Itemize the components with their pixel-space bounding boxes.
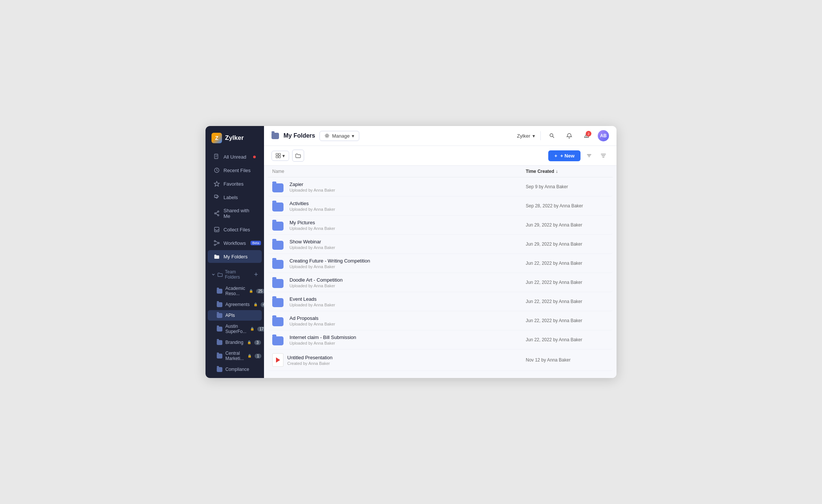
file-sub: Uploaded by Anna Baker — [290, 284, 526, 288]
new-folder-button[interactable] — [292, 150, 304, 162]
topbar-right: Zylker ▾ 2 AB — [517, 130, 609, 142]
sidebar-item-label: Shared with Me — [224, 208, 256, 219]
file-time: Nov 12 by Anna Baker — [526, 357, 608, 363]
table-row[interactable]: Internet claim - Bill Submission Uploade… — [268, 330, 613, 350]
team-folder-label: Agreements — [225, 302, 250, 307]
file-name: Event Leads — [290, 296, 526, 302]
add-team-folder-button[interactable]: + — [254, 271, 258, 279]
sidebar-item-compliance[interactable]: Compliance — [208, 364, 262, 375]
file-sub: Uploaded by Anna Baker — [290, 207, 526, 212]
lock-icon: 🔒 — [250, 327, 254, 331]
file-info: Show Webinar Uploaded by Anna Baker — [290, 239, 526, 250]
team-folders-section: Team Folders + Academic Reso... 🔒 25 Agr… — [206, 266, 264, 378]
sidebar-item-academic[interactable]: Academic Reso... 🔒 25 — [208, 283, 262, 299]
file-name: Creating Future - Writing Competition — [290, 258, 526, 264]
list-view-icon — [276, 153, 281, 158]
svg-point-11 — [326, 135, 328, 137]
table-row[interactable]: My Pictures Uploaded by Anna Baker Jun 2… — [268, 216, 613, 235]
team-folder-label: Central Marketi... — [225, 351, 244, 361]
notifications-button[interactable] — [563, 130, 575, 142]
table-row[interactable]: Doodle Art - Competition Uploaded by Ann… — [268, 273, 613, 292]
sidebar-item-all-unread[interactable]: All Unread — [208, 150, 262, 163]
sidebar-item-label: Favorites — [224, 181, 243, 187]
table-row[interactable]: Activities Uploaded by Anna Baker Sep 28… — [268, 196, 613, 216]
folder-icon — [217, 313, 222, 318]
app-name: Zylker — [225, 134, 244, 142]
sidebar-item-workflows[interactable]: Workflows Beta — [208, 237, 262, 249]
table-row[interactable]: Event Leads Uploaded by Anna Baker Jun 2… — [268, 292, 613, 311]
sidebar-item-apis[interactable]: APIs — [208, 310, 262, 321]
file-sub: Created by Anna Baker — [287, 361, 526, 366]
search-button[interactable] — [546, 130, 558, 142]
sidebar-item-label: Labels — [224, 195, 238, 200]
file-time: Jun 29, 2022 by Anna Baker — [526, 242, 608, 247]
file-sub: Uploaded by Anna Baker — [290, 341, 526, 345]
folder-file-icon — [272, 315, 286, 326]
sidebar-item-labels[interactable]: Labels — [208, 191, 262, 204]
manage-label: Manage — [332, 133, 350, 139]
alerts-button[interactable]: 2 — [580, 130, 592, 142]
file-time: Jun 22, 2022 by Anna Baker — [526, 337, 608, 342]
table-row[interactable]: Untitled Presentation Created by Anna Ba… — [268, 350, 613, 371]
topbar-folder-icon — [272, 133, 279, 139]
file-sub: Uploaded by Anna Baker — [290, 264, 526, 269]
manage-button[interactable]: Manage ▾ — [320, 131, 359, 141]
view-toggle-button[interactable]: ▾ — [272, 151, 289, 161]
file-info: Event Leads Uploaded by Anna Baker — [290, 296, 526, 307]
avatar[interactable]: AB — [598, 130, 609, 141]
file-name: My Pictures — [290, 220, 526, 225]
sidebar-item-my-folders[interactable]: My Folders — [208, 250, 262, 263]
team-folder-label: Academic Reso... — [225, 286, 245, 296]
file-info: My Pictures Uploaded by Anna Baker — [290, 220, 526, 231]
folder-file-icon — [272, 277, 286, 288]
team-folders-label: Team Folders — [225, 269, 252, 280]
svg-rect-15 — [279, 153, 280, 155]
table-row[interactable]: Creating Future - Writing Competition Up… — [268, 254, 613, 273]
sidebar-item-shared-with-me[interactable]: Shared with Me — [208, 204, 262, 222]
folder-count-badge: 17 — [257, 327, 264, 332]
file-time: Jun 29, 2022 by Anna Baker — [526, 222, 608, 228]
app-logo: Z Zylker — [206, 126, 264, 148]
filter-button[interactable] — [598, 150, 609, 161]
star-icon — [214, 181, 220, 187]
search-icon — [549, 133, 555, 139]
team-folder-label: APIs — [225, 313, 235, 318]
sidebar: Z Zylker All Unread Recent Files Favorit… — [206, 126, 264, 378]
folder-file-icon — [272, 200, 286, 212]
sort-button[interactable] — [584, 150, 595, 161]
file-time: Jun 22, 2022 by Anna Baker — [526, 280, 608, 285]
sidebar-item-austin[interactable]: Austin SuperFo... 🔒 17 — [208, 321, 262, 337]
sidebar-item-agreements[interactable]: Agreements 🔒 4 — [208, 299, 262, 310]
col-time-header[interactable]: Time Created ↓ — [526, 169, 608, 174]
table-row[interactable]: Zapier Uploaded by Anna Baker Sep 9 by A… — [268, 177, 613, 196]
folder-icon — [214, 254, 220, 260]
sidebar-item-collect-files[interactable]: Collect Files — [208, 223, 262, 236]
sidebar-item-central-marketing[interactable]: Central Marketi... 🔒 1 — [208, 348, 262, 364]
file-sub: Uploaded by Anna Baker — [290, 188, 526, 192]
svg-rect-16 — [279, 156, 280, 158]
sidebar-item-recent-files[interactable]: Recent Files — [208, 164, 262, 177]
time-created-label: Time Created — [526, 169, 554, 174]
lock-icon: 🔒 — [248, 354, 252, 358]
toolbar-right: + + New — [548, 150, 609, 161]
table-row[interactable]: Ad Proposals Uploaded by Anna Baker Jun … — [268, 311, 613, 330]
new-button[interactable]: + + New — [548, 150, 580, 161]
folder-file-icon — [272, 238, 286, 250]
file-info: Untitled Presentation Created by Anna Ba… — [287, 355, 526, 366]
folder-file-icon — [272, 181, 286, 192]
folder-file-icon — [272, 219, 286, 231]
sidebar-item-favorites[interactable]: Favorites — [208, 177, 262, 190]
folder-file-icon — [272, 258, 286, 269]
sidebar-item-concurrency[interactable]: Concurrency (1) 🔒 — [208, 375, 262, 378]
user-menu[interactable]: Zylker ▾ — [517, 133, 535, 139]
folder-file-icon — [272, 334, 286, 345]
new-folder-icon — [295, 153, 301, 159]
team-folders-header[interactable]: Team Folders + — [206, 266, 264, 283]
chevron-down-icon: ▾ — [282, 153, 285, 159]
folder-file-icon — [272, 296, 286, 307]
sidebar-item-branding[interactable]: Branding 🔒 3 — [208, 337, 262, 348]
table-row[interactable]: Show Webinar Uploaded by Anna Baker Jun … — [268, 235, 613, 254]
svg-rect-14 — [276, 156, 278, 158]
folder-count-badge: 1 — [255, 354, 261, 358]
share-icon — [214, 210, 220, 216]
